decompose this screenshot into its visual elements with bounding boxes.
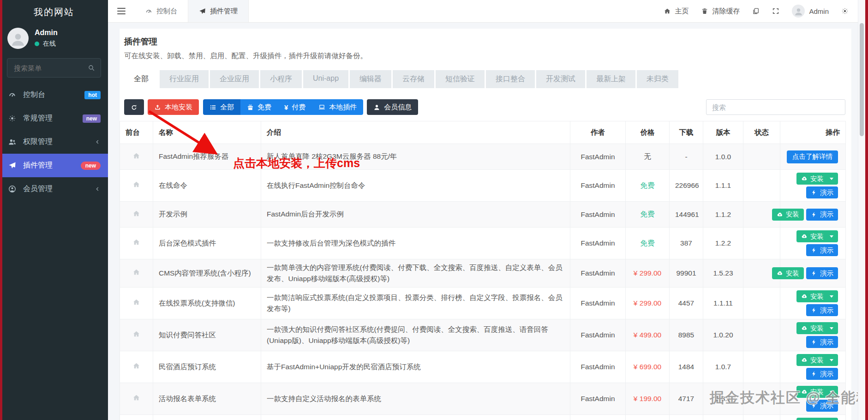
category-tab-6[interactable]: 编辑器 bbox=[350, 70, 391, 88]
plugin-intro: 基于FastAdmin+Uniapp开发的民宿酒店预订系统 bbox=[261, 351, 570, 383]
category-tab-2[interactable]: 行业应用 bbox=[160, 70, 209, 88]
sidebar-item-label: 会员管理 bbox=[23, 184, 53, 194]
frontend-home-icon[interactable] bbox=[132, 210, 140, 217]
frontend-home-icon[interactable] bbox=[132, 298, 140, 306]
frontend-home-icon[interactable] bbox=[132, 330, 140, 338]
demo-button[interactable]: 演示 bbox=[806, 267, 838, 279]
hamburger-menu-icon[interactable] bbox=[108, 0, 135, 22]
home-link[interactable]: 主页 bbox=[664, 7, 688, 16]
sidebar-item-5[interactable]: 会员管理 bbox=[0, 177, 108, 201]
category-tabs: 全部行业应用企业应用小程序Uni-app编辑器云存储短信验证接口整合开发测试最新… bbox=[124, 70, 847, 88]
frontend-home-icon[interactable] bbox=[132, 238, 140, 246]
filter-local-plugins-button[interactable]: 本地插件 bbox=[312, 99, 363, 115]
sidebar-menu: 控制台 hot 常规管理 new 权限管理 插件管理 new 会员管理 bbox=[0, 83, 108, 201]
category-tab-12[interactable]: 未归类 bbox=[637, 70, 678, 88]
category-tab-1[interactable]: 全部 bbox=[124, 70, 158, 88]
plugin-price: 免费 bbox=[626, 202, 670, 228]
category-tab-8[interactable]: 短信验证 bbox=[436, 70, 485, 88]
sidebar-item-2[interactable]: 常规管理 new bbox=[0, 107, 108, 130]
plugin-downloads: 226966 bbox=[670, 170, 703, 202]
sidebar-item-3[interactable]: 权限管理 bbox=[0, 130, 108, 154]
category-tab-5[interactable]: Uni-app bbox=[303, 70, 348, 88]
category-tab-9[interactable]: 接口整合 bbox=[486, 70, 535, 88]
table-row: 开发示例 FastAdmin后台开发示例 FastAdmin 免费 144961… bbox=[120, 202, 846, 228]
plugin-downloads: 8985 bbox=[670, 319, 703, 351]
plugin-search-input[interactable] bbox=[706, 99, 845, 115]
menu-search-input[interactable] bbox=[13, 64, 84, 72]
demo-button[interactable]: 演示 bbox=[806, 244, 838, 256]
bolt-icon bbox=[811, 371, 817, 377]
frontend-home-icon[interactable] bbox=[132, 362, 140, 370]
sidebar-item-4[interactable]: 插件管理 new bbox=[0, 154, 108, 177]
demo-button[interactable]: 演示 bbox=[806, 209, 838, 221]
plugin-status bbox=[743, 228, 780, 259]
plugin-table-body: FastAdmin推荐服务器 新人首单直降 2核2G3M云服务器 88元/年 F… bbox=[120, 144, 846, 420]
settings-gear-icon[interactable] bbox=[841, 7, 849, 15]
scrollbar-thumb[interactable] bbox=[860, 23, 864, 136]
demo-button[interactable]: 演示 bbox=[806, 336, 838, 348]
category-tab-11[interactable]: 最新上架 bbox=[587, 70, 635, 88]
install-button[interactable]: 安装 bbox=[796, 290, 838, 302]
plugin-price: ¥ 699.00 bbox=[626, 351, 670, 383]
install-button[interactable]: 安装 bbox=[772, 209, 804, 221]
category-tab-3[interactable]: 企业应用 bbox=[210, 70, 259, 88]
plugin-downloads: 387 bbox=[670, 228, 703, 259]
search-icon[interactable] bbox=[88, 64, 95, 72]
tab-1[interactable]: 控制台 bbox=[135, 0, 188, 22]
refresh-button[interactable] bbox=[124, 99, 144, 115]
filter-all-button[interactable]: 全部 bbox=[203, 99, 240, 115]
tab-2[interactable]: 插件管理 bbox=[188, 0, 249, 22]
filter-free-button[interactable]: 免费 bbox=[240, 99, 278, 115]
filter-paid-button[interactable]: ¥ 付费 bbox=[278, 99, 312, 115]
plugin-price: ¥ 199.00 bbox=[626, 383, 670, 415]
plugin-author: FastAdmin bbox=[570, 144, 626, 170]
plugin-intro: 一款简洁响应式投票系统(自定义投票项目、投票分类、排行榜、自定义字段、投票报名、… bbox=[261, 288, 570, 319]
scrollbar-track[interactable] bbox=[858, 0, 865, 420]
frontend-home-icon[interactable] bbox=[132, 152, 140, 160]
plugin-actions: 安装演示 bbox=[780, 351, 846, 383]
category-tab-7[interactable]: 云存储 bbox=[393, 70, 434, 88]
clear-cache-link[interactable]: 清除缓存 bbox=[701, 7, 740, 16]
frontend-home-icon[interactable] bbox=[132, 180, 140, 188]
caret-down-icon bbox=[830, 235, 833, 238]
laptop-icon bbox=[318, 104, 325, 111]
plugin-price: ¥ 1480.00 bbox=[626, 415, 670, 420]
status-badge: new bbox=[81, 162, 101, 170]
member-info-button[interactable]: 会员信息 bbox=[367, 99, 418, 115]
demo-button[interactable]: 演示 bbox=[806, 304, 838, 316]
copy-icon[interactable] bbox=[752, 7, 760, 15]
plugin-actions: 安装演示 bbox=[780, 319, 846, 351]
plugin-name: 民宿酒店预订系统 bbox=[153, 351, 261, 383]
demo-button[interactable]: 演示 bbox=[806, 368, 838, 380]
plugin-name: 在线投票系统(支持微信) bbox=[153, 288, 261, 319]
col-version: 版本 bbox=[703, 121, 743, 144]
user-status: 在线 bbox=[35, 40, 58, 48]
install-button[interactable]: 安装 bbox=[796, 173, 838, 185]
install-button[interactable]: 安装 bbox=[796, 418, 838, 420]
online-label: 在线 bbox=[43, 40, 56, 48]
bolt-icon bbox=[811, 211, 817, 218]
plugin-actions: 安装演示 bbox=[780, 170, 846, 202]
category-tab-4[interactable]: 小程序 bbox=[260, 70, 302, 88]
plugin-version: 1.0.7 bbox=[703, 351, 743, 383]
user-menu[interactable]: Admin bbox=[792, 5, 829, 18]
install-button[interactable]: 安装 bbox=[796, 354, 838, 366]
status-badge: hot bbox=[84, 91, 101, 99]
install-button[interactable]: 安装 bbox=[796, 230, 838, 242]
detail-button[interactable]: 点击了解详情 bbox=[787, 150, 838, 163]
install-button[interactable]: 安装 bbox=[772, 267, 804, 279]
sidebar-item-1[interactable]: 控制台 hot bbox=[0, 83, 108, 107]
fullscreen-icon[interactable] bbox=[772, 7, 779, 15]
install-button[interactable]: 安装 bbox=[796, 322, 838, 334]
category-tab-10[interactable]: 开发测试 bbox=[536, 70, 585, 88]
sidebar-item-label: 常规管理 bbox=[23, 114, 53, 123]
caret-down-icon bbox=[830, 359, 833, 361]
frontend-home-icon[interactable] bbox=[132, 268, 140, 276]
local-install-button[interactable]: 本地安装 bbox=[148, 99, 199, 115]
plugin-author: FastAdmin bbox=[570, 319, 626, 351]
plugin-version: 1.1.11 bbox=[703, 288, 743, 319]
plugin-status bbox=[743, 170, 780, 202]
frontend-home-icon[interactable] bbox=[132, 394, 140, 402]
annotation-text: 点击本地安装，上传cms bbox=[233, 156, 360, 171]
demo-button[interactable]: 演示 bbox=[806, 186, 838, 198]
